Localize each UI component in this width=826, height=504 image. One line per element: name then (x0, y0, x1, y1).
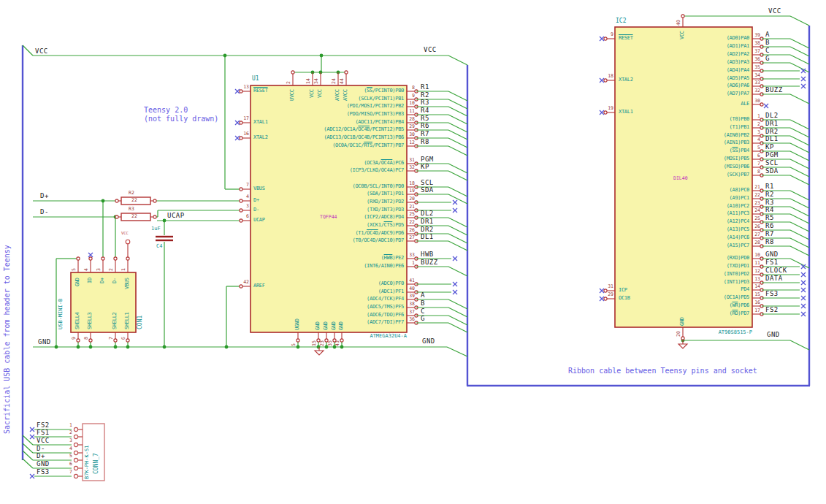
wire (790, 191, 809, 200)
net-label-kp[interactable]: KP (421, 164, 429, 170)
net-label-r1[interactable]: R1 (421, 84, 429, 91)
net-label-g[interactable]: G (421, 316, 425, 322)
net-label-vcc-ic2[interactable]: VCC (768, 8, 781, 15)
r2-value[interactable]: 22 (131, 198, 137, 203)
net-label-r2[interactable]: R2 (765, 191, 774, 198)
net-label-kp[interactable]: KP (765, 144, 774, 150)
r3-value[interactable]: 22 (131, 214, 137, 219)
net-label-dl2[interactable]: DL2 (421, 210, 434, 217)
net-label-vcc-right[interactable]: VCC (424, 47, 437, 53)
net-label-fs3[interactable]: FS3 (765, 291, 779, 297)
usb-pin-name: SHELL3 (88, 313, 93, 330)
net-label-r3[interactable]: R3 (421, 99, 429, 106)
net-label-dl2[interactable]: DL2 (765, 112, 779, 119)
net-label-r6[interactable]: R6 (421, 123, 429, 129)
net-label-sda[interactable]: SDA (421, 187, 434, 194)
net-label-vcc-left[interactable]: VCC (35, 48, 48, 55)
net-label-hwb[interactable]: HWB (421, 251, 434, 258)
net-label-fs1[interactable]: FS1 (37, 429, 50, 436)
conn7-reference[interactable]: CONN_7 (93, 453, 99, 474)
net-label-r8[interactable]: R8 (765, 239, 774, 245)
net-label-r4[interactable]: R4 (421, 107, 429, 114)
junction-dot (163, 219, 167, 223)
net-label-dl1[interactable]: DL1 (765, 136, 779, 142)
net-label-r5[interactable]: R5 (421, 115, 429, 122)
net-label-d-[interactable]: D- (37, 446, 45, 452)
pin-circle (115, 199, 118, 202)
u1-pin-number: 37 (409, 310, 415, 315)
net-label-dr1[interactable]: DR1 (421, 218, 434, 225)
net-label-fs2[interactable]: FS2 (37, 422, 50, 429)
u1-pin-number: 26 (409, 228, 415, 233)
net-label-a[interactable]: A (765, 31, 770, 38)
net-label-b[interactable]: B (765, 39, 770, 46)
net-label-gnd[interactable]: GND (37, 461, 50, 467)
c4-value[interactable]: 1uF (151, 226, 161, 232)
u1-pin-number: 39 (409, 294, 415, 299)
ic2-pin-name: PD4 (741, 287, 749, 292)
schematic-canvas[interactable]: VCC D+ D- GND VCC GND UCAP VCC GND U1 IC… (0, 0, 826, 504)
net-label-dr2[interactable]: DR2 (765, 129, 779, 135)
u1-reference[interactable]: U1 (252, 76, 259, 82)
net-label-dl1[interactable]: DL1 (421, 234, 434, 240)
wire (790, 222, 809, 232)
conn7-part-name[interactable]: B7K-PH-K-S1 (85, 446, 90, 479)
net-label-fs3[interactable]: FS3 (37, 469, 50, 476)
net-label-r7[interactable]: R7 (421, 131, 429, 137)
net-label-dminus[interactable]: D- (40, 209, 49, 215)
net-label-clock[interactable]: CLOCK (765, 267, 787, 274)
net-label-a[interactable]: A (421, 292, 425, 299)
net-label-c[interactable]: C (765, 47, 770, 54)
net-label-scl[interactable]: SCL (765, 160, 779, 167)
u1-part-name[interactable]: ATMEGA32U4-A (370, 334, 407, 339)
wire (790, 246, 809, 256)
u1-pin-name: (RXD/INT2)PD2 (367, 199, 404, 205)
net-label-vcc[interactable]: VCC (37, 438, 50, 444)
conn7-pin-number: 7 (69, 470, 72, 475)
junction-dot (55, 345, 58, 349)
pin-circle (102, 257, 104, 260)
net-label-ucap[interactable]: UCAP (167, 213, 185, 219)
net-label-r5[interactable]: R5 (765, 215, 774, 221)
u1-pin-name: AREF (253, 283, 265, 289)
net-label-r8[interactable]: R8 (421, 139, 429, 145)
net-label-r2[interactable]: R2 (421, 92, 429, 99)
net-label-fs1[interactable]: FS1 (765, 259, 779, 266)
net-label-r3[interactable]: R3 (765, 199, 774, 206)
net-label-dr1[interactable]: DR1 (765, 121, 779, 127)
junction-dot (297, 345, 300, 349)
net-label-r1[interactable]: R1 (765, 183, 774, 190)
net-label-gnd-ic2[interactable]: GND (767, 332, 780, 338)
net-label-pgm[interactable]: PGM (765, 152, 779, 159)
net-label-r7[interactable]: R7 (765, 231, 774, 237)
net-label-sda[interactable]: SDA (765, 168, 779, 175)
net-label-c[interactable]: C (421, 308, 425, 315)
net-label-pgm[interactable]: PGM (421, 156, 434, 163)
usb-reference[interactable]: CON1 (137, 316, 143, 329)
c4-reference[interactable]: C4 (156, 244, 162, 249)
net-label-buzz[interactable]: BUZZ (421, 259, 438, 266)
net-label-gnd[interactable]: GND (765, 251, 779, 258)
net-label-r4[interactable]: R4 (765, 207, 774, 213)
r2-reference[interactable]: R2 (129, 191, 134, 196)
net-label-dplus[interactable]: D+ (40, 193, 49, 199)
net-label-gnd-right[interactable]: GND (422, 338, 435, 345)
ic2-pin-name: (AD0)PA0 (727, 36, 749, 41)
net-label-scl[interactable]: SCL (421, 180, 434, 186)
ic2-reference[interactable]: IC2 (616, 18, 626, 24)
net-label-d+[interactable]: D+ (37, 453, 45, 459)
net-label-dr2[interactable]: DR2 (421, 226, 434, 233)
net-label-buzz[interactable]: BUZZ (765, 87, 783, 93)
ic2-pin-number: 35 (754, 65, 760, 70)
net-label-data[interactable]: DATA (765, 275, 783, 282)
usb-part-name[interactable]: USB-MINI-B (58, 299, 64, 329)
net-label-gnd-left[interactable]: GND (38, 339, 51, 345)
net-label-b[interactable]: B (421, 300, 425, 307)
ic2-pin-name: (AD3)PA3 (727, 60, 749, 65)
ic2-part-name[interactable]: AT90S8515-P (719, 330, 752, 335)
net-label-g[interactable]: G (765, 56, 770, 62)
u1-pin-name: GND (339, 321, 344, 330)
net-label-r6[interactable]: R6 (765, 223, 774, 229)
net-label-fs2[interactable]: FS2 (765, 307, 779, 313)
r3-reference[interactable]: R3 (129, 207, 134, 212)
